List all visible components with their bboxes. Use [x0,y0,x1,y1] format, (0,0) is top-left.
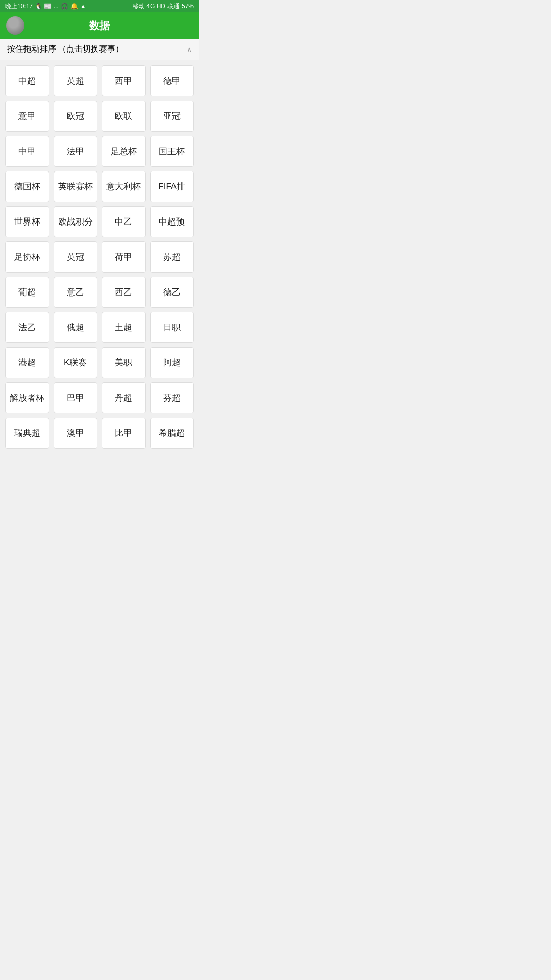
league-item[interactable]: K联赛 [54,347,98,378]
league-item[interactable]: 解放者杯 [5,382,49,413]
league-item[interactable]: 欧冠 [54,101,98,132]
league-item[interactable]: 荷甲 [102,241,146,273]
league-item[interactable]: 英联赛杯 [54,171,98,202]
status-left: 晚上10:17 🐧 📰 ... 🎧 🔔 ▲ [5,2,86,11]
league-item[interactable]: 德甲 [150,65,194,96]
league-item[interactable]: 澳甲 [54,418,98,449]
league-item[interactable]: 足总杯 [102,136,146,167]
network-label: 移动 4G HD [133,2,165,11]
league-item[interactable]: 苏超 [150,241,194,273]
league-item[interactable]: 巴甲 [54,382,98,413]
league-item[interactable]: 美职 [102,347,146,378]
league-item[interactable]: 西乙 [102,277,146,308]
league-item[interactable]: 中乙 [102,206,146,237]
league-item[interactable]: 德乙 [150,277,194,308]
league-item[interactable]: 德国杯 [5,171,49,202]
league-item[interactable]: FIFA排 [150,171,194,202]
league-item[interactable]: 港超 [5,347,49,378]
chevron-up-icon[interactable]: ∧ [187,45,192,54]
league-item[interactable]: 葡超 [5,277,49,308]
league-item[interactable]: 比甲 [102,418,146,449]
league-item[interactable]: 英超 [54,65,98,96]
league-item[interactable]: 芬超 [150,382,194,413]
league-item[interactable]: 法甲 [54,136,98,167]
status-right: 移动 4G HD 联通 57% [133,2,194,11]
sort-sub-text: （点击切换赛事） [58,44,123,53]
wifi-icon: ▲ [80,3,86,10]
app-header: 数据 [0,12,199,39]
league-item[interactable]: 亚冠 [150,101,194,132]
status-icons: 🐧 📰 ... [35,3,59,10]
league-item[interactable]: 俄超 [54,312,98,343]
league-item[interactable]: 世界杯 [5,206,49,237]
league-item[interactable]: 欧战积分 [54,206,98,237]
league-item[interactable]: 中超 [5,65,49,96]
league-item[interactable]: 意甲 [5,101,49,132]
league-item[interactable]: 中甲 [5,136,49,167]
league-item[interactable]: 国王杯 [150,136,194,167]
battery-label: 57% [182,3,194,10]
league-item[interactable]: 意大利杯 [102,171,146,202]
league-item[interactable]: 丹超 [102,382,146,413]
league-item[interactable]: 意乙 [54,277,98,308]
league-item[interactable]: 希腊超 [150,418,194,449]
sort-bar: 按住拖动排序 （点击切换赛事） ∧ [0,39,199,60]
avatar-image [6,16,24,35]
status-time: 晚上10:17 [5,2,33,11]
sort-main-text: 按住拖动排序 [7,44,56,53]
league-item[interactable]: 英冠 [54,241,98,273]
bell-icon: 🔔 [70,3,78,10]
league-item[interactable]: 阿超 [150,347,194,378]
page-title: 数据 [89,19,110,33]
status-bar: 晚上10:17 🐧 📰 ... 🎧 🔔 ▲ 移动 4G HD 联通 57% [0,0,199,12]
league-grid: 中超英超西甲德甲意甲欧冠欧联亚冠中甲法甲足总杯国王杯德国杯英联赛杯意大利杯FIF… [0,60,199,454]
league-item[interactable]: 日职 [150,312,194,343]
league-item[interactable]: 足协杯 [5,241,49,273]
avatar[interactable] [6,16,24,35]
carrier-label: 联通 [167,2,180,11]
sort-label: 按住拖动排序 （点击切换赛事） [7,44,123,55]
league-item[interactable]: 欧联 [102,101,146,132]
league-item[interactable]: 中超预 [150,206,194,237]
headphone-icon: 🎧 [61,3,68,10]
league-item[interactable]: 法乙 [5,312,49,343]
league-item[interactable]: 土超 [102,312,146,343]
league-item[interactable]: 瑞典超 [5,418,49,449]
league-item[interactable]: 西甲 [102,65,146,96]
